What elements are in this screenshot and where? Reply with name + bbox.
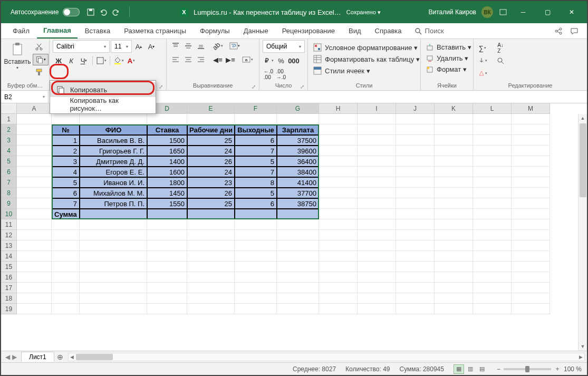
cell-M11[interactable] [512,219,550,230]
cell-C10[interactable] [80,209,147,219]
cell-J16[interactable] [396,272,435,283]
cell-J19[interactable] [396,304,435,314]
cell-C13[interactable] [80,240,147,251]
cell-E19[interactable] [187,304,235,314]
cell-G14[interactable] [277,251,319,262]
cell-G10[interactable] [277,209,319,219]
cell-H3[interactable] [319,135,358,146]
cell-D8[interactable]: 1450 [147,188,187,198]
cell-D7[interactable]: 1800 [147,177,187,188]
cell-F13[interactable] [235,240,277,251]
col-header-F[interactable]: F [235,103,277,114]
format-cells-button[interactable]: Формат ▾ [424,64,469,74]
cell-H7[interactable] [319,177,358,188]
cell-K16[interactable] [435,272,473,283]
borders-button[interactable] [95,55,107,66]
col-header-M[interactable]: M [512,103,550,114]
cell-J18[interactable] [396,293,435,304]
orientation-button[interactable]: ab [212,40,224,52]
cell-K13[interactable] [435,240,473,251]
cell-I12[interactable] [358,230,396,240]
cell-I10[interactable] [358,209,396,219]
cell-B17[interactable] [52,283,80,293]
minimize-button[interactable]: ─ [511,1,535,23]
cell-J14[interactable] [396,251,435,262]
cell-L11[interactable] [473,219,512,230]
decrease-decimal-button[interactable]: .00→.0 [275,69,287,80]
row-header-3[interactable]: 3 [1,135,17,146]
cell-G3[interactable]: 37500 [277,135,319,146]
cell-G8[interactable]: 37700 [277,188,319,198]
row-header-5[interactable]: 5 [1,156,17,167]
cell-I16[interactable] [358,272,396,283]
cell-E15[interactable] [187,262,235,272]
font-color-button[interactable]: A [126,55,137,66]
cell-B16[interactable] [52,272,80,283]
cell-C18[interactable] [80,293,147,304]
cell-F2[interactable]: Выходные [235,124,277,135]
undo-icon[interactable] [99,7,108,17]
cell-C17[interactable] [80,283,147,293]
cell-J9[interactable] [396,198,435,209]
cell-C11[interactable] [80,219,147,230]
cell-D9[interactable]: 1550 [147,198,187,209]
cell-D6[interactable]: 1600 [147,167,187,177]
cell-A7[interactable] [17,177,52,188]
cell-B7[interactable]: 5 [52,177,80,188]
zoom-slider[interactable] [504,368,551,370]
cell-I9[interactable] [358,198,396,209]
ribbon-display-icon[interactable] [498,7,508,17]
cell-F10[interactable] [235,209,277,219]
add-sheet-button[interactable]: ⊕ [54,353,66,361]
cell-K6[interactable] [435,167,473,177]
cell-L5[interactable] [473,156,512,167]
row-header-6[interactable]: 6 [1,167,17,177]
comments-button[interactable] [567,24,582,38]
tab-formulas[interactable]: Формулы [194,24,236,38]
cell-J13[interactable] [396,240,435,251]
cell-G4[interactable]: 39600 [277,146,319,156]
cell-J6[interactable] [396,167,435,177]
cell-B1[interactable] [52,114,80,124]
cell-A19[interactable] [17,304,52,314]
col-header-J[interactable]: J [396,103,435,114]
align-left-button[interactable] [170,54,181,65]
col-header-H[interactable]: H [319,103,358,114]
row-header-1[interactable]: 1 [1,114,17,124]
cell-B6[interactable]: 4 [52,167,80,177]
cell-B14[interactable] [52,251,80,262]
close-button[interactable]: ✕ [560,1,584,23]
cell-J3[interactable] [396,135,435,146]
cell-E11[interactable] [187,219,235,230]
font-name-combo[interactable]: Calibri▾ [53,40,110,53]
cell-I1[interactable] [358,114,396,124]
cell-A14[interactable] [17,251,52,262]
tab-review[interactable]: Рецензирование [276,24,341,38]
cell-E3[interactable]: 25 [187,135,235,146]
cell-M18[interactable] [512,293,550,304]
cell-F18[interactable] [235,293,277,304]
document-saved-state[interactable]: Сохранено ▾ [346,9,381,16]
cell-C15[interactable] [80,262,147,272]
cell-G18[interactable] [277,293,319,304]
cell-B15[interactable] [52,262,80,272]
cell-H12[interactable] [319,230,358,240]
merge-center-button[interactable]: a [242,54,253,65]
underline-button[interactable]: Ч▾ [78,55,90,66]
cell-D4[interactable]: 1650 [147,146,187,156]
row-header-14[interactable]: 14 [1,251,17,262]
redo-icon[interactable] [111,7,121,17]
cell-E17[interactable] [187,283,235,293]
cell-M16[interactable] [512,272,550,283]
cell-A15[interactable] [17,262,52,272]
cell-K8[interactable] [435,188,473,198]
cell-E13[interactable] [187,240,235,251]
cell-L12[interactable] [473,230,512,240]
cell-L16[interactable] [473,272,512,283]
cell-D15[interactable] [147,262,187,272]
normal-view-button[interactable]: ▦ [454,364,464,374]
cell-A12[interactable] [17,230,52,240]
cell-A16[interactable] [17,272,52,283]
maximize-button[interactable]: ▢ [535,1,560,23]
cell-E12[interactable] [187,230,235,240]
